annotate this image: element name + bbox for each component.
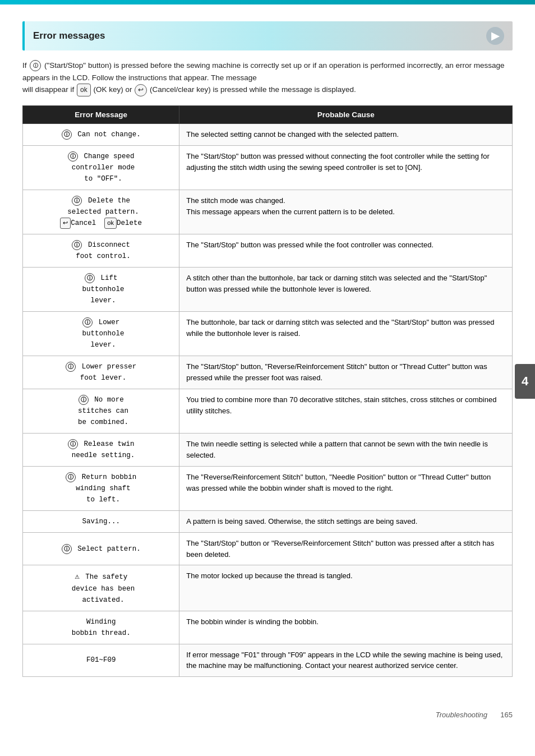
cause-cell: The selected setting cannot be changed w… xyxy=(179,124,513,146)
error-cell: ⓘ Delete the selected pattern. ↩Cancel o… xyxy=(23,190,179,234)
table-row: ⓘ Lower buttonhole lever. The buttonhole… xyxy=(23,312,513,356)
table-row: ⓘ Can not change. The selected setting c… xyxy=(23,124,513,146)
table-row: ⓘ Release twin needle setting. The twin … xyxy=(23,434,513,467)
cause-cell: The "Start/Stop" button was pressed with… xyxy=(179,146,513,190)
section-title: Error messages xyxy=(33,30,105,42)
cause-cell: If error message "F01" through "F09" app… xyxy=(179,644,513,676)
error-cell: ⓘ No more stitches can be combined. xyxy=(23,389,179,434)
error-cell: ⓘ Lift buttonhole lever. xyxy=(23,268,179,312)
error-cell: ⓘ Return bobbin winding shaft to left. xyxy=(23,467,179,511)
ok-inline-key: ok xyxy=(104,218,117,229)
table-row: ⓘ Select pattern. The "Start/Stop" butto… xyxy=(23,533,513,565)
intro-ok-label: (OK key) or xyxy=(94,85,135,94)
cause-cell: The bobbin winder is winding the bobbin. xyxy=(179,611,513,644)
intro-will-disappear: will disappear if xyxy=(22,85,76,94)
error-cell: ⓘ Can not change. xyxy=(23,124,179,146)
col-error-message: Error Message xyxy=(23,106,179,124)
cause-cell: The buttonhole, bar tack or darning stit… xyxy=(179,312,513,356)
chapter-number: 4 xyxy=(522,374,528,388)
table-row: ⓘ Lift buttonhole lever. A stitch other … xyxy=(23,268,513,312)
error-icon: ⓘ xyxy=(62,544,72,554)
table-row: ⓘ Change speed controller mode to "OFF".… xyxy=(23,146,513,190)
table-row: ⓘ Disconnect foot control. The "Start/St… xyxy=(23,234,513,268)
error-cell: ⓘ Lower buttonhole lever. xyxy=(23,312,179,356)
cause-cell: The "Reverse/Reinforcement Stitch" butto… xyxy=(179,467,513,511)
table-row: ⓘ Lower presser foot lever. The "Start/S… xyxy=(23,356,513,389)
table-row: Saving... A pattern is being saved. Othe… xyxy=(23,511,513,533)
cancel-inline-key: ↩ xyxy=(60,218,71,229)
section-arrow-icon: ▶ xyxy=(486,27,504,45)
cause-cell: The stitch mode was changed.This message… xyxy=(179,190,513,234)
table-row: ⓘ No more stitches can be combined. You … xyxy=(23,389,513,434)
cause-cell: The "Start/Stop" button was pressed whil… xyxy=(179,234,513,268)
section-header: Error messages ▶ xyxy=(22,21,513,50)
error-icon: ⓘ xyxy=(82,317,93,328)
top-bar xyxy=(0,0,535,4)
intro-part2: ("Start/Stop" button) is pressed before … xyxy=(22,61,505,82)
error-icon: ⓘ xyxy=(85,273,95,283)
error-icon: ⓘ xyxy=(68,439,78,449)
table-row: ⚠ The safety device has been activated. … xyxy=(23,565,513,611)
error-cell: Saving... xyxy=(23,511,179,533)
error-cell: F01~F09 xyxy=(23,644,179,676)
cause-cell: The "Start/Stop" button or "Reverse/Rein… xyxy=(179,533,513,565)
table-row: ⓘ Delete the selected pattern. ↩Cancel o… xyxy=(23,190,513,234)
chapter-tab: 4 xyxy=(515,364,535,399)
start-stop-icon: ⓘ xyxy=(30,60,41,71)
error-cell: Windingbobbin thread. xyxy=(23,611,179,644)
cause-cell: You tried to combine more than 70 decora… xyxy=(179,389,513,434)
table-row: Windingbobbin thread. The bobbin winder … xyxy=(23,611,513,644)
cause-cell: A pattern is being saved. Otherwise, the… xyxy=(179,511,513,533)
cause-cell: The twin needle setting is selected whil… xyxy=(179,434,513,467)
cause-cell: The motor locked up because the thread i… xyxy=(179,565,513,611)
error-icon: ⓘ xyxy=(72,240,82,250)
intro-cancel-label: (Cancel/clear key) is pressed while the … xyxy=(150,85,356,94)
error-icon: ⓘ xyxy=(68,151,78,162)
error-cell: ⓘ Disconnect foot control. xyxy=(23,234,179,268)
ok-key-badge: ok xyxy=(77,84,91,96)
error-cell: ⓘ Select pattern. xyxy=(23,533,179,565)
warning-icon: ⚠ xyxy=(75,570,79,583)
intro-part1: If xyxy=(22,61,29,70)
page-footer: Troubleshooting 165 xyxy=(0,699,535,725)
error-icon: ⓘ xyxy=(72,196,82,206)
error-icon: ⓘ xyxy=(62,130,72,140)
footer-page-number: 165 xyxy=(500,711,513,719)
footer-label: Troubleshooting xyxy=(436,711,487,719)
error-messages-table: Error Message Probable Cause ⓘ Can not c… xyxy=(22,105,513,676)
cancel-key-badge: ↩ xyxy=(135,84,147,96)
error-cell: ⚠ The safety device has been activated. xyxy=(23,565,179,611)
cause-cell: A stitch other than the buttonhole, bar … xyxy=(179,268,513,312)
error-icon: ⓘ xyxy=(66,362,76,372)
col-probable-cause: Probable Cause xyxy=(179,106,513,124)
error-icon: ⓘ xyxy=(79,395,89,405)
intro-text: If ⓘ ("Start/Stop" button) is pressed be… xyxy=(22,59,513,96)
error-cell: ⓘ Lower presser foot lever. xyxy=(23,356,179,389)
error-cell: ⓘ Release twin needle setting. xyxy=(23,434,179,467)
table-row: ⓘ Return bobbin winding shaft to left. T… xyxy=(23,467,513,511)
cause-cell: The "Start/Stop" button, "Reverse/Reinfo… xyxy=(179,356,513,389)
error-cell: ⓘ Change speed controller mode to "OFF". xyxy=(23,146,179,190)
error-icon: ⓘ xyxy=(66,472,76,482)
page-content: Error messages ▶ If ⓘ ("Start/Stop" butt… xyxy=(0,4,535,699)
table-row: F01~F09 If error message "F01" through "… xyxy=(23,644,513,676)
footer-page xyxy=(492,711,496,719)
